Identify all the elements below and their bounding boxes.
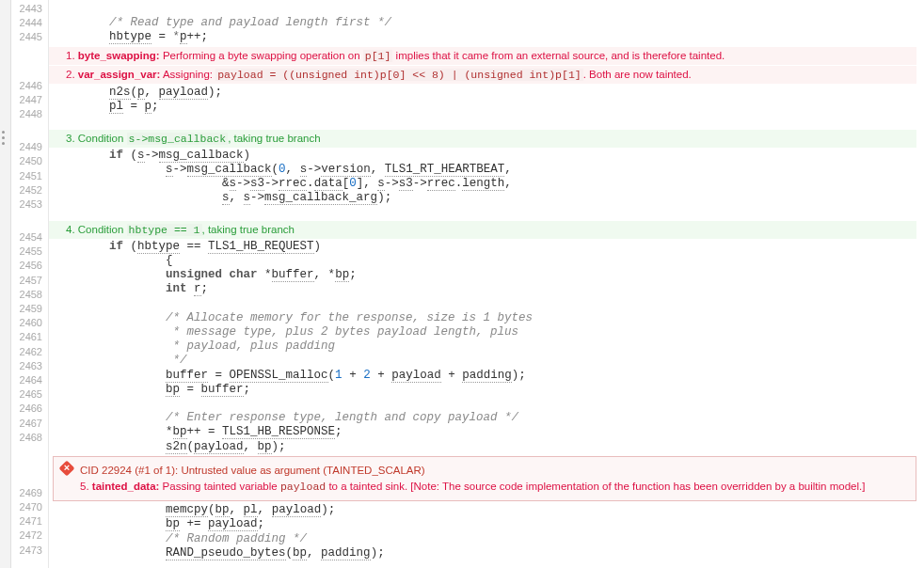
line-number[interactable]: 2444 <box>11 16 48 30</box>
code-line[interactable]: /* Allocate memory for the response, siz… <box>49 311 924 325</box>
code-line[interactable]: RAND_pseudo_bytes(bp, padding); <box>49 546 924 560</box>
code-line[interactable]: /* Random padding */ <box>49 532 924 546</box>
code-line[interactable]: bp = buffer; <box>49 383 924 397</box>
code-line[interactable]: memcpy(bp, pl, payload); <box>49 503 924 517</box>
annotation-tainted[interactable]: 1. byte_swapping: Performing a byte swap… <box>49 47 916 65</box>
annotation-group: 1. byte_swapping: Performing a byte swap… <box>49 47 916 84</box>
code-line[interactable]: /* Enter response type, length and copy … <box>49 411 924 425</box>
code-line[interactable]: s2n(payload, bp); <box>49 440 924 454</box>
line-number[interactable]: 2465 <box>11 387 48 402</box>
line-number[interactable]: 2464 <box>11 373 48 387</box>
line-number[interactable]: 2452 <box>11 183 48 197</box>
code-line[interactable] <box>49 205 924 219</box>
line-number[interactable]: 2461 <box>11 330 48 344</box>
line-number[interactable]: 2455 <box>11 245 48 259</box>
code-line[interactable] <box>49 2 924 16</box>
code-line[interactable]: pl = p; <box>49 100 924 114</box>
code-line[interactable]: if (s->msg_callback) <box>49 149 924 163</box>
line-number-column: 2443 2444 2445 2446 2447 2448 2449 2450 … <box>11 0 49 568</box>
code-line[interactable] <box>49 397 924 411</box>
line-number[interactable]: 2456 <box>11 259 48 273</box>
line-number[interactable]: 2469 <box>11 486 48 500</box>
code-line[interactable]: * message type, plus 2 bytes payload len… <box>49 325 924 339</box>
line-number[interactable]: 2466 <box>11 402 48 416</box>
line-number[interactable]: 2471 <box>11 514 48 529</box>
line-number[interactable]: 2450 <box>11 154 48 168</box>
code-line[interactable]: n2s(p, payload); <box>49 86 924 100</box>
line-number[interactable]: 2447 <box>11 93 48 107</box>
line-number[interactable]: 2457 <box>11 274 48 288</box>
left-gutter <box>0 0 11 568</box>
code-line[interactable]: /* Read type and payload length first */… <box>49 16 924 30</box>
annotation-tainted[interactable]: 2. var_assign_var: Assigning: payload = … <box>49 66 916 84</box>
code-line[interactable]: *bp++ = TLS1_HB_RESPONSE; <box>49 425 924 439</box>
annotation-branch[interactable]: 4. Condition hbtype == 1, taking true br… <box>49 221 916 239</box>
line-number[interactable]: 2445 <box>11 30 48 44</box>
defect-box[interactable]: CID 22924 (#1 of 1): Untrusted value as … <box>53 456 916 502</box>
line-number[interactable]: 2443 <box>11 2 48 16</box>
code-line[interactable] <box>49 114 924 128</box>
line-number[interactable]: 2472 <box>11 529 48 543</box>
code-line[interactable]: unsigned char *buffer, *bp; <box>49 268 924 282</box>
line-number[interactable]: 2467 <box>11 417 48 431</box>
code-line[interactable]: { <box>49 254 924 268</box>
code-line[interactable]: s, s->msg_callback_arg); <box>49 191 924 205</box>
code-line[interactable]: hbtype = *p++; <box>49 30 924 44</box>
code-column: /* Read type and payload length first */… <box>49 0 924 568</box>
line-number[interactable]: 2446 <box>11 79 48 93</box>
line-number[interactable]: 2473 <box>11 544 48 558</box>
defect-header: CID 22924 (#1 of 1): Untrusted value as … <box>80 463 908 479</box>
code-line[interactable]: * payload, plus padding <box>49 339 924 354</box>
line-number[interactable]: 2449 <box>11 140 48 154</box>
line-number[interactable]: 2458 <box>11 288 48 302</box>
code-line[interactable]: */ <box>49 354 924 368</box>
code-line[interactable] <box>49 297 924 311</box>
line-number[interactable]: 2468 <box>11 431 48 445</box>
code-line[interactable] <box>49 560 924 568</box>
code-line[interactable]: buffer = OPENSSL_malloc(1 + 2 + payload … <box>49 369 924 383</box>
line-number[interactable]: 2451 <box>11 169 48 183</box>
code-line[interactable]: int r; <box>49 282 924 296</box>
code-line[interactable]: &s->s3->rrec.data[0], s->s3->rrec.length… <box>49 177 924 191</box>
defect-icon <box>59 460 75 476</box>
code-line[interactable]: if (hbtype == TLS1_HB_REQUEST) <box>49 240 924 254</box>
code-line[interactable]: s->msg_callback(0, s->version, TLS1_RT_H… <box>49 163 924 177</box>
annotation-branch[interactable]: 3. Condition s->msg_callback, taking tru… <box>49 130 916 148</box>
line-number[interactable]: 2454 <box>11 230 48 245</box>
line-number[interactable]: 2470 <box>11 500 48 514</box>
line-number[interactable]: 2462 <box>11 345 48 359</box>
line-number[interactable]: 2460 <box>11 316 48 330</box>
code-line[interactable]: bp += payload; <box>49 517 924 531</box>
code-viewer: 2443 2444 2445 2446 2447 2448 2449 2450 … <box>0 0 924 568</box>
line-number[interactable]: 2448 <box>11 107 48 121</box>
line-number[interactable]: 2463 <box>11 359 48 373</box>
drag-handle-icon[interactable] <box>2 131 5 145</box>
line-number[interactable]: 2453 <box>11 197 48 212</box>
line-number[interactable]: 2459 <box>11 302 48 316</box>
